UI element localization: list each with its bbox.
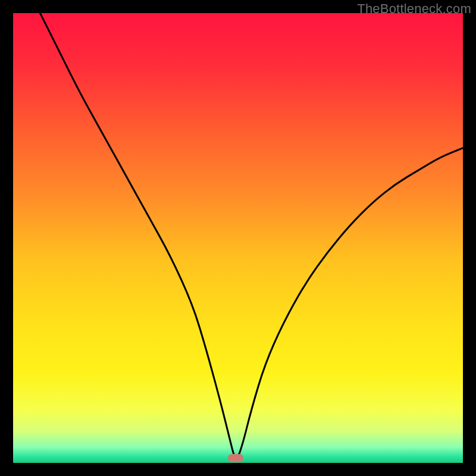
min-marker — [228, 454, 243, 462]
gradient-background — [13, 13, 463, 463]
bottleneck-plot — [13, 13, 463, 463]
chart-frame: TheBottleneck.com — [0, 0, 476, 476]
watermark-label: TheBottleneck.com — [357, 1, 471, 17]
plot-area — [13, 13, 463, 463]
